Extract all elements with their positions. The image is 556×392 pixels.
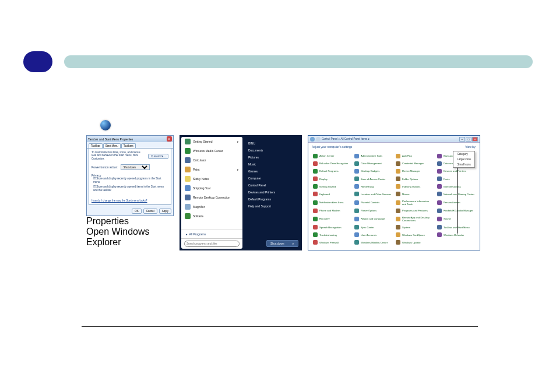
control-panel-item[interactable]: Mouse — [396, 192, 434, 197]
control-panel-item[interactable]: Notification Area Icons — [313, 199, 351, 206]
privacy-checkbox-programs[interactable]: ☑ Store and display recently opened prog… — [92, 177, 168, 184]
start-menu-right-item[interactable]: Music — [247, 161, 298, 168]
control-panel-item[interactable]: RemoteApp and Desktop Connections — [396, 216, 434, 222]
control-panel-item[interactable]: Folder Options — [396, 176, 434, 181]
start-menu-right-item[interactable]: Default Programs — [247, 196, 298, 203]
control-panel-item[interactable]: Keyboard — [313, 192, 351, 197]
start-menu-app-item[interactable]: Magnifier — [181, 202, 242, 211]
control-panel-item[interactable]: AutoPlay — [396, 153, 434, 158]
control-panel-item[interactable]: BitLocker Drive Encryption — [313, 161, 351, 166]
control-panel-item[interactable]: Windows Mobility Center — [354, 240, 392, 245]
context-menu-properties[interactable]: Properties — [86, 216, 163, 227]
cancel-button[interactable]: Cancel — [143, 209, 157, 214]
view-option-large-icons[interactable]: Large Icons — [453, 157, 474, 162]
start-menu-app-item[interactable]: Paint▸ — [181, 165, 242, 174]
start-menu-right-item[interactable]: Games — [247, 168, 298, 175]
control-panel-item[interactable]: Indexing Options — [396, 184, 434, 189]
start-menu-right-item[interactable]: Computer — [247, 175, 298, 182]
shutdown-arrow-icon[interactable]: ▸ — [293, 242, 294, 245]
control-panel-item-icon — [313, 225, 318, 229]
start-menu-app-item[interactable]: Sticky Notes — [181, 174, 242, 183]
control-panel-item[interactable]: Phone and Modem — [313, 208, 351, 213]
control-panel-item[interactable]: Location and Other Sensors — [354, 192, 392, 197]
start-menu-app-item[interactable]: Calculator — [181, 156, 242, 165]
nav-forward-icon[interactable] — [316, 137, 321, 142]
start-menu-right-item[interactable]: Devices and Printers — [247, 189, 298, 196]
control-panel-item[interactable]: Sound — [437, 216, 475, 222]
control-panel-item[interactable]: Windows Update — [396, 240, 434, 245]
customize-button[interactable]: Customize... — [148, 154, 168, 159]
all-programs-link[interactable]: ▸ All Programs — [181, 229, 242, 238]
breadcrumb[interactable]: Control Panel ▸ All Control Panel Items … — [322, 137, 370, 140]
start-menu-right-item[interactable]: Pictures — [247, 154, 298, 161]
context-menu-open-explorer[interactable]: Open Windows Explorer — [86, 227, 163, 248]
control-panel-item[interactable]: Power Options — [354, 208, 392, 213]
control-panel-item[interactable]: Fonts — [437, 176, 475, 181]
minimize-button[interactable]: – — [459, 137, 465, 142]
control-panel-item[interactable]: Internet Options — [437, 184, 475, 189]
control-panel-item[interactable]: Programs and Features — [396, 208, 434, 213]
view-option-category[interactable]: Category — [453, 151, 474, 157]
control-panel-item[interactable]: Action Center — [313, 153, 351, 158]
start-menu-right-item[interactable]: Control Panel — [247, 182, 298, 189]
control-panel-item[interactable]: Ease of Access Center — [354, 176, 392, 181]
control-panel-item[interactable]: Getting Started — [313, 184, 351, 189]
control-panel-item[interactable]: Windows Defender — [437, 232, 475, 238]
view-option-small-icons[interactable]: Small Icons — [453, 162, 474, 167]
shutdown-button[interactable]: Shut down ▸ — [266, 240, 298, 247]
privacy-checkbox-items[interactable]: ☑ Store and display recently opened item… — [92, 185, 168, 192]
start-menu-right-item[interactable]: BINU — [247, 140, 298, 147]
start-search-input[interactable] — [184, 241, 240, 247]
control-panel-item[interactable]: Default Programs — [313, 168, 351, 174]
control-panel-item[interactable]: Performance Information and Tools — [396, 199, 434, 206]
control-panel-item[interactable]: User Accounts — [354, 232, 392, 238]
control-panel-item[interactable]: Administrative Tools — [354, 153, 392, 158]
help-link[interactable]: How do I change the way the Start menu l… — [92, 199, 168, 202]
control-panel-item[interactable]: Network and Sharing Center — [437, 192, 475, 197]
control-panel-item[interactable]: System — [396, 224, 434, 229]
app-icon — [185, 176, 191, 182]
control-panel-item[interactable]: Taskbar and Start Menu — [437, 224, 475, 229]
control-panel-item[interactable]: Speech Recognition — [313, 224, 351, 229]
start-menu-app-item[interactable]: Remote Desktop Connection — [181, 193, 242, 202]
control-panel-item[interactable]: Credential Manager — [396, 161, 434, 166]
control-panel-item-icon — [437, 154, 442, 158]
close-window-button[interactable]: × — [472, 137, 478, 142]
control-panel-item[interactable]: Devices and Printers — [437, 168, 475, 174]
apply-button[interactable]: Apply — [159, 209, 171, 214]
start-menu-right-item[interactable]: Help and Support — [247, 203, 298, 210]
start-menu-right-pane: BINUDocumentsPicturesMusicGamesComputerC… — [242, 135, 302, 250]
control-panel-item[interactable]: Realtek HD Audio Manager — [437, 208, 475, 213]
control-panel-item[interactable]: Windows Firewall — [313, 240, 351, 245]
control-panel-item[interactable]: Windows CardSpace — [396, 232, 434, 238]
nav-back-icon[interactable] — [310, 137, 315, 142]
close-button[interactable]: × — [167, 136, 172, 142]
control-panel-item[interactable]: Recovery — [313, 216, 351, 222]
control-panel-item-icon — [437, 176, 442, 181]
control-panel-item[interactable]: Troubleshooting — [313, 232, 351, 238]
control-panel-item[interactable]: HomeGroup — [354, 184, 392, 189]
control-panel-item[interactable]: Color Management — [354, 161, 392, 166]
tab-start-menu[interactable]: Start Menu — [103, 143, 121, 148]
tab-taskbar[interactable]: Taskbar — [89, 143, 103, 148]
control-panel-item[interactable]: Desktop Gadgets — [354, 168, 392, 174]
start-menu-app-item[interactable]: Solitaire — [181, 211, 242, 221]
maximize-button[interactable]: □ — [466, 137, 471, 142]
control-panel-item[interactable]: Personalization — [437, 199, 475, 206]
app-icon — [185, 139, 191, 144]
control-panel-item-icon — [313, 154, 318, 158]
control-panel-item[interactable]: Device Manager — [396, 168, 434, 174]
start-menu-app-item[interactable]: Windows Media Center — [181, 146, 242, 156]
control-panel-item[interactable]: Sync Center — [354, 224, 392, 229]
tab-toolbars[interactable]: Toolbars — [121, 143, 136, 148]
control-panel-item[interactable]: Display — [313, 176, 351, 181]
view-by-label[interactable]: View by: — [465, 145, 476, 149]
start-menu-app-item[interactable]: Snipping Tool — [181, 183, 242, 193]
ok-button[interactable]: OK — [132, 209, 142, 214]
power-action-select[interactable]: Shut down — [121, 164, 150, 170]
control-panel-item[interactable]: Parental Controls — [354, 199, 392, 206]
app-icon — [185, 167, 191, 172]
control-panel-item[interactable]: Region and Language — [354, 216, 392, 222]
start-menu-right-item[interactable]: Documents — [247, 147, 298, 154]
start-menu-app-item[interactable]: Getting Started▸ — [181, 137, 242, 146]
